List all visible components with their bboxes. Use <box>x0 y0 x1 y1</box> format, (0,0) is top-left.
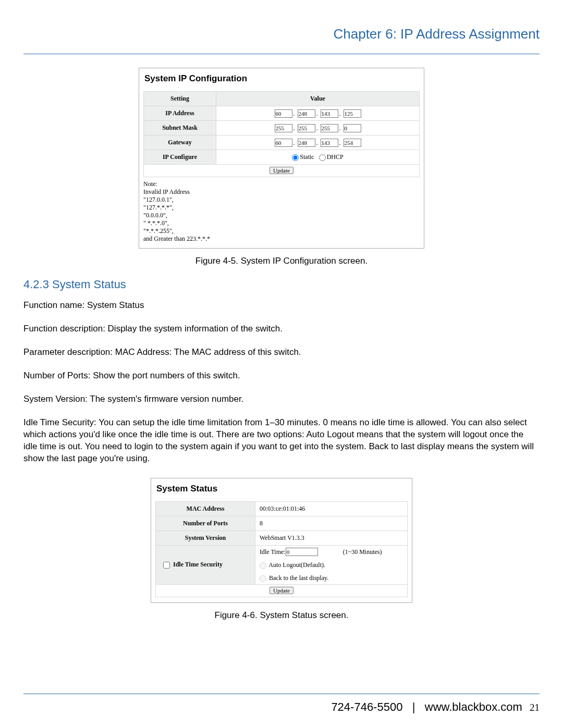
subnet-octet-2[interactable] <box>298 124 315 132</box>
para-param-desc: Parameter description: MAC Address: The … <box>23 347 540 359</box>
subnet-octet-4[interactable] <box>344 124 361 132</box>
row-ip-label: IP Address <box>144 106 216 121</box>
radio-dhcp[interactable] <box>319 154 326 161</box>
footer-url: www.blackbox.com <box>425 700 522 713</box>
figure-ip-config: System IP Configuration Setting Value IP… <box>139 68 424 249</box>
ports-value: 8 <box>255 516 408 531</box>
ip-octet-1[interactable] <box>275 109 292 118</box>
bottom-rule <box>23 694 540 694</box>
mac-address-value: 00:03:ce:01:01:46 <box>255 502 408 516</box>
footer-sep: | <box>412 700 415 713</box>
para-function-name: Function name: System Status <box>23 300 540 312</box>
th-setting: Setting <box>144 92 216 106</box>
panel-title-system-status: System Status <box>156 484 408 494</box>
section-heading: 4.2.3 System Status <box>23 278 540 291</box>
ip-config-note: Note: Invalid IP Address "127.0.0.1", "1… <box>143 180 420 243</box>
gw-octet-1[interactable] <box>275 139 292 147</box>
idle-time-input[interactable] <box>286 548 318 556</box>
update-button-2[interactable]: Update <box>270 587 293 594</box>
footer: 724-746-5500 | www.blackbox.com 21 <box>23 700 540 714</box>
gw-octet-3[interactable] <box>321 139 338 147</box>
radio-auto-logout-label: Auto Logout(Default). <box>268 561 325 569</box>
figure-system-status: System Status MAC Address 00:03:ce:01:01… <box>151 478 412 603</box>
para-function-desc: Function description: Display the system… <box>23 323 540 335</box>
radio-static[interactable] <box>292 154 299 161</box>
row-ipconfigure-label: IP Configure <box>144 150 216 165</box>
th-value: Value <box>216 92 420 106</box>
para-version: System Version: The system's firmware ve… <box>23 393 540 405</box>
footer-phone: 724-746-5500 <box>331 700 402 713</box>
ip-octet-4[interactable] <box>344 109 361 118</box>
idle-range: (1~30 Minutes) <box>343 548 382 556</box>
version-value: WebSmart V1.3.3 <box>255 531 408 546</box>
row-idle-label: Idle Time Security <box>156 546 255 585</box>
update-button[interactable]: Update <box>270 167 293 174</box>
idle-cell: Idle Time: (1~30 Minutes) Auto Logout(De… <box>255 546 408 585</box>
ip-config-table: Setting Value IP Address . . . Subnet Ma… <box>143 91 420 177</box>
row-subnet-label: Subnet Mask <box>144 121 216 135</box>
row-ports-label: Number of Ports <box>156 516 255 531</box>
subnet-octet-3[interactable] <box>321 124 338 132</box>
ip-octet-3[interactable] <box>321 109 338 118</box>
subnet-octet-1[interactable] <box>275 124 292 132</box>
gw-octet-2[interactable] <box>298 139 315 147</box>
idle-label-text: Idle Time Security <box>173 561 223 568</box>
para-idle-time: Idle Time Security: You can setup the id… <box>23 417 540 465</box>
row-mac-label: MAC Address <box>156 502 255 516</box>
chapter-title: Chapter 6: IP Address Assignment <box>23 26 540 42</box>
gw-octet-4[interactable] <box>344 139 361 147</box>
para-ports: Number of Ports: Show the port numbers o… <box>23 370 540 382</box>
radio-dhcp-label: DHCP <box>327 153 344 161</box>
radio-back-display-label: Back to the last display. <box>269 574 328 582</box>
figure-caption-1: Figure 4-5. System IP Configuration scre… <box>23 256 540 266</box>
page-number: 21 <box>530 702 540 713</box>
panel-title-ip-config: System IP Configuration <box>144 73 420 84</box>
idle-time-label: Idle Time: <box>260 548 286 556</box>
radio-static-label: Static <box>300 153 314 161</box>
radio-auto-logout[interactable] <box>260 562 266 569</box>
idle-checkbox[interactable] <box>163 562 170 569</box>
top-rule <box>23 54 540 54</box>
row-gateway-label: Gateway <box>144 135 216 150</box>
system-status-table: MAC Address 00:03:ce:01:01:46 Number of … <box>155 501 408 597</box>
ip-octet-2[interactable] <box>298 109 315 118</box>
figure-caption-2: Figure 4-6. System Status screen. <box>23 610 540 621</box>
radio-back-display[interactable] <box>260 575 266 582</box>
row-version-label: System Version <box>156 531 255 546</box>
